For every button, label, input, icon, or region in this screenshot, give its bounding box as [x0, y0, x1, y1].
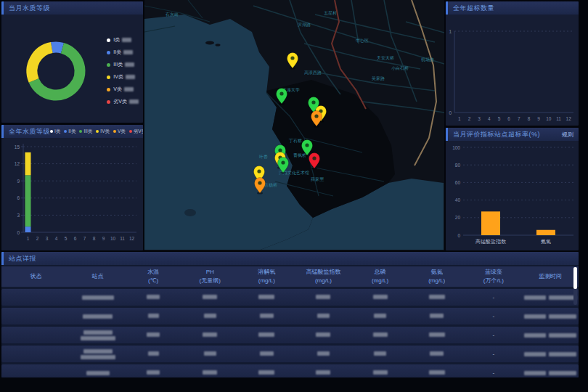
map-label: 吴家路 [372, 75, 385, 81]
legend-item-V类[interactable]: V类 [107, 86, 139, 93]
value-cell [181, 369, 238, 376]
y-tick-label: 60 [455, 180, 461, 185]
legend-label: I类 [113, 36, 120, 44]
map-island [205, 41, 214, 45]
column-header-状态: 状态 [1, 272, 70, 281]
time-cell [522, 295, 579, 300]
value-cell [409, 369, 465, 376]
x-tick-label: 2 [36, 236, 39, 241]
table-row[interactable]: - [1, 289, 579, 306]
rate-bar-氨氮[interactable] [536, 230, 555, 235]
legend-dot [107, 75, 110, 79]
y-tick-label: 80 [455, 163, 461, 168]
map-label: 叶春 [259, 155, 268, 160]
table-row[interactable]: - [1, 308, 579, 324]
table-body: - - - - - [1, 289, 579, 377]
station-map[interactable]: 石灰岭五星村滨湖路中心区天安大桥机场路小白石桥吴家路高浪西路大连大学丁石桥叶春青… [144, 0, 444, 250]
pin-center-dot [281, 160, 285, 164]
x-tick-label: 9 [102, 236, 105, 241]
legend-item-劣V类[interactable]: 劣V类 [107, 98, 139, 105]
panel-title-yearly-exceed: 全年超标数量 [453, 4, 494, 13]
legend-value-redacted [122, 38, 131, 42]
map-island [216, 44, 221, 46]
panel-title-yearly-grade: 全年水质等级 [9, 127, 50, 136]
map-label: 中心区 [356, 38, 369, 43]
panel-title-monthly-rate: 当月评价指标站点超标率(%) [453, 130, 540, 139]
site-cell [70, 295, 125, 300]
y-tick-label: 100 [452, 145, 460, 150]
legend-label: III类 [83, 128, 92, 135]
monthly-rate-bar-chart: 020406080100高锰酸盐指数氨氮 [446, 141, 579, 250]
value-cell [352, 294, 409, 301]
value-cell [125, 294, 181, 301]
table-scrollbar-track[interactable] [573, 267, 577, 305]
column-header-监测时间: 监测时间 [522, 272, 579, 281]
legend-item-II类[interactable]: II类 [64, 128, 75, 135]
panel-header: 全年水质等级 I类 II类 III类 IV类 V类 劣V类 [1, 125, 143, 138]
legend-dot [107, 88, 110, 91]
value-cell [409, 294, 465, 301]
value-cell [181, 294, 238, 301]
pin-center-dot [314, 114, 318, 118]
y-tick-label: 6 [17, 195, 20, 200]
column-header-高锰酸盐指数: 高锰酸盐指数(mg/L) [295, 268, 351, 285]
algae-cell: - [465, 369, 522, 376]
table-row[interactable]: - [1, 346, 579, 362]
legend-item-I类[interactable]: I类 [50, 128, 60, 135]
stacked-bar-II类[interactable] [25, 226, 31, 232]
column-header-溶解氧: 溶解氧(mg/L) [238, 268, 295, 285]
map-canvas[interactable]: 石灰岭五星村滨湖路中心区天安大桥机场路小白石桥吴家路高浪西路大连大学丁石桥叶春青… [144, 0, 444, 250]
legend-value-redacted [129, 99, 139, 104]
legend-item-I类[interactable]: I类 [107, 36, 139, 44]
value-cell [409, 332, 465, 338]
legend-label: 劣V类 [134, 128, 143, 135]
legend-label: IV类 [113, 73, 123, 81]
value-cell [125, 332, 181, 338]
x-tick-label: 1 [27, 236, 30, 241]
y-tick-label: 20 [455, 215, 461, 220]
map-label: 滨湖路 [298, 22, 311, 28]
algae-cell: - [465, 351, 522, 357]
legend-label: III类 [113, 61, 123, 68]
legend-item-IV类[interactable]: IV类 [107, 73, 139, 81]
x-tick-label: 9 [537, 116, 540, 121]
pin-center-dot [290, 56, 294, 60]
rules-link[interactable]: 规则 [562, 131, 573, 139]
x-tick-label: 8 [93, 236, 96, 241]
legend-item-IV类[interactable]: IV类 [96, 128, 110, 135]
legend-item-劣V类[interactable]: 劣V类 [129, 128, 143, 135]
table-row[interactable]: - [1, 327, 579, 343]
legend-label: 劣V类 [113, 98, 127, 105]
legend-item-III类[interactable]: III类 [107, 61, 139, 68]
value-cell [295, 351, 351, 357]
value-cell [238, 351, 295, 357]
algae-cell: - [465, 332, 522, 338]
y-tick-label: 0 [17, 230, 20, 235]
legend-item-III类[interactable]: III类 [79, 128, 92, 135]
map-label: 薛家里 [311, 176, 324, 181]
value-cell [181, 313, 238, 319]
stacked-bar-IV类[interactable] [25, 152, 31, 175]
panel-monthly-exceed-rate: 当月评价指标站点超标率(%) 规则 020406080100高锰酸盐指数氨氮 [446, 128, 579, 250]
x-tick-label: 5 [498, 116, 501, 121]
legend-value-redacted [124, 87, 134, 91]
rate-bar-高锰酸盐指数[interactable] [481, 211, 500, 235]
legend-item-II类[interactable]: II类 [107, 49, 139, 56]
legend-dot [107, 38, 110, 42]
panel-yearly-water-grade: 全年水质等级 I类 II类 III类 IV类 V类 劣V类 0369121512… [1, 125, 143, 250]
map-pond [184, 209, 196, 216]
stacked-bar-III类[interactable] [25, 175, 31, 226]
table-scrollbar-thumb[interactable] [573, 267, 577, 289]
legend-item-V类[interactable]: V类 [113, 128, 126, 135]
donut-slice-II类[interactable] [52, 47, 62, 48]
x-tick-label: 12 [129, 236, 135, 241]
x-tick-label: 2 [468, 116, 471, 121]
value-cell [125, 313, 181, 319]
map-label: 小白石桥 [391, 65, 409, 71]
table-row[interactable]: - [1, 364, 579, 377]
panel-header: 站点详报 [1, 252, 579, 265]
value-cell [409, 351, 465, 357]
x-category-label: 氨氮 [541, 239, 551, 245]
x-tick-label: 6 [74, 236, 77, 241]
donut-slice-IV类[interactable] [32, 48, 52, 81]
